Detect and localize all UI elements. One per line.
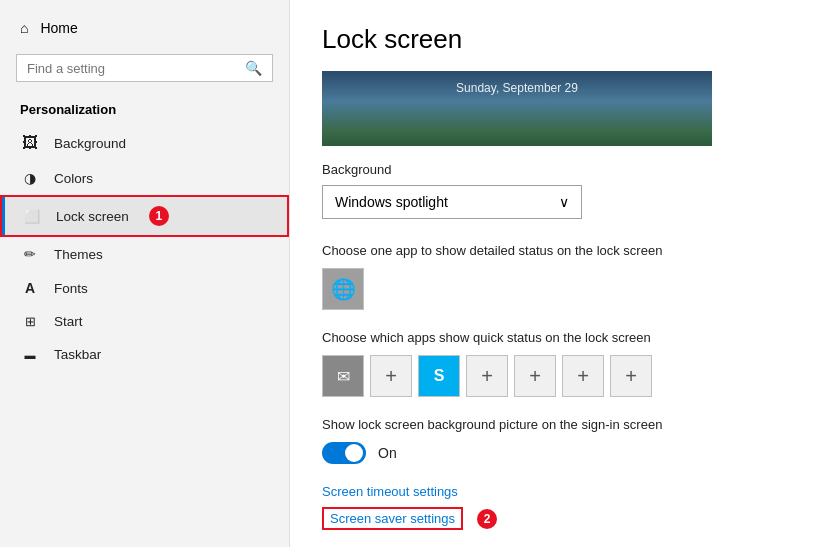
lock-screen-icon: ⬜	[22, 209, 42, 224]
search-box[interactable]: 🔍	[16, 54, 273, 82]
quick-status-add-2[interactable]: +	[466, 355, 508, 397]
detailed-status-app-icon[interactable]: 🌐	[322, 268, 364, 310]
quick-status-mail[interactable]: ✉	[322, 355, 364, 397]
main-content: Lock screen Sunday, September 29 Backgro…	[290, 0, 825, 547]
sidebar-item-colors[interactable]: ◑ Colors	[0, 161, 289, 195]
toggle-state-label: On	[378, 445, 397, 461]
quick-status-skype[interactable]: S	[418, 355, 460, 397]
quick-status-add-5[interactable]: +	[610, 355, 652, 397]
quick-status-add-3[interactable]: +	[514, 355, 556, 397]
quick-status-icons: ✉ + S + + + +	[322, 355, 793, 397]
skype-icon: S	[434, 367, 445, 385]
detailed-status-icons: 🌐	[322, 268, 793, 310]
sidebar-item-start[interactable]: ⊞ Start	[0, 305, 289, 338]
screen-timeout-link[interactable]: Screen timeout settings	[322, 484, 793, 499]
add-icon-3: +	[529, 365, 541, 388]
sidebar-item-label: Fonts	[54, 281, 88, 296]
quick-status-add-1[interactable]: +	[370, 355, 412, 397]
badge-2: 2	[477, 509, 497, 529]
sidebar-item-label: Colors	[54, 171, 93, 186]
screen-saver-row: Screen saver settings 2	[322, 507, 793, 530]
sidebar-item-lock-screen[interactable]: ⬜ Lock screen 1	[0, 195, 289, 237]
sidebar-item-label: Themes	[54, 247, 103, 262]
quick-status-label: Choose which apps show quick status on t…	[322, 330, 793, 345]
sidebar-item-taskbar[interactable]: ▬ Taskbar	[0, 338, 289, 371]
weather-icon: 🌐	[331, 277, 356, 301]
add-icon-1: +	[385, 365, 397, 388]
sidebar-item-label: Taskbar	[54, 347, 101, 362]
add-icon-2: +	[481, 365, 493, 388]
mail-icon: ✉	[337, 367, 350, 386]
search-icon: 🔍	[245, 60, 262, 76]
sidebar-item-label: Start	[54, 314, 83, 329]
colors-icon: ◑	[20, 170, 40, 186]
sign-in-section: Show lock screen background picture on t…	[322, 417, 793, 464]
background-dropdown[interactable]: Windows spotlight ∨	[322, 185, 582, 219]
sidebar: ⌂ Home 🔍 Personalization 🖼 Background ◑ …	[0, 0, 290, 547]
add-icon-4: +	[577, 365, 589, 388]
background-label: Background	[322, 162, 793, 177]
sidebar-item-themes[interactable]: ✏ Themes	[0, 237, 289, 271]
search-input[interactable]	[27, 61, 239, 76]
sidebar-item-fonts[interactable]: A Fonts	[0, 271, 289, 305]
detailed-status-label: Choose one app to show detailed status o…	[322, 243, 793, 258]
sidebar-item-label: Lock screen	[56, 209, 129, 224]
dropdown-value: Windows spotlight	[335, 194, 448, 210]
preview-date: Sunday, September 29	[456, 81, 578, 95]
fonts-icon: A	[20, 280, 40, 296]
lock-screen-preview: Sunday, September 29	[322, 71, 712, 146]
add-icon-5: +	[625, 365, 637, 388]
detailed-status-section: Choose one app to show detailed status o…	[322, 243, 793, 310]
sign-in-label: Show lock screen background picture on t…	[322, 417, 793, 432]
sidebar-item-background[interactable]: 🖼 Background	[0, 125, 289, 161]
sign-in-toggle[interactable]	[322, 442, 366, 464]
background-icon: 🖼	[20, 134, 40, 152]
badge-1: 1	[149, 206, 169, 226]
home-label: Home	[40, 20, 77, 36]
quick-status-add-4[interactable]: +	[562, 355, 604, 397]
chevron-down-icon: ∨	[559, 194, 569, 210]
sidebar-section-title: Personalization	[0, 90, 289, 125]
quick-status-section: Choose which apps show quick status on t…	[322, 330, 793, 397]
start-icon: ⊞	[20, 314, 40, 329]
sidebar-item-label: Background	[54, 136, 126, 151]
sidebar-item-home[interactable]: ⌂ Home	[0, 10, 289, 46]
page-title: Lock screen	[322, 24, 793, 55]
themes-icon: ✏	[20, 246, 40, 262]
sign-in-toggle-row: On	[322, 442, 793, 464]
taskbar-icon: ▬	[20, 349, 40, 361]
home-icon: ⌂	[20, 20, 28, 36]
screen-saver-link[interactable]: Screen saver settings	[322, 507, 463, 530]
